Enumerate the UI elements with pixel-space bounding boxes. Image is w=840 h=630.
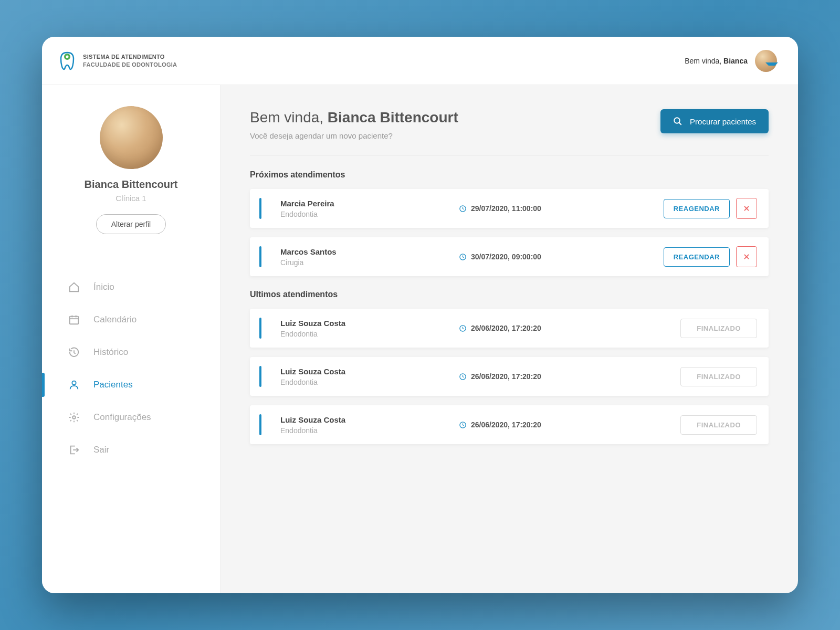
brand-subtitle: FACULDADE DE ODONTOLOGIA bbox=[83, 61, 177, 68]
patient-name: Marcia Pereira bbox=[280, 199, 459, 208]
specialty: Endodontia bbox=[280, 378, 459, 386]
cancel-button[interactable] bbox=[736, 198, 757, 219]
sidebar: Bianca Bittencourt Clínica 1 Alterar per… bbox=[42, 85, 220, 593]
person-icon bbox=[68, 379, 80, 391]
appointment-time: 26/06/2020, 17:20:20 bbox=[459, 324, 680, 332]
finished-badge: FINALIZADO bbox=[680, 415, 757, 435]
nav-label: Pacientes bbox=[93, 380, 133, 390]
history-icon bbox=[68, 346, 80, 358]
appointment-card: Luiz Souza Costa Endodontia 26/06/2020, … bbox=[250, 309, 769, 348]
specialty: Endodontia bbox=[280, 210, 459, 218]
patient-name: Luiz Souza Costa bbox=[280, 319, 459, 328]
appointment-time: 26/06/2020, 17:20:20 bbox=[459, 421, 680, 429]
patient-name: Marcos Santos bbox=[280, 247, 459, 256]
nav: Ínicio Calendário Histórico Pacientes Co… bbox=[42, 271, 220, 466]
svg-line-11 bbox=[679, 122, 681, 125]
app-window: SISTEMA DE ATENDIMENTO FACULDADE DE ODON… bbox=[42, 37, 798, 593]
sidebar-user-name: Bianca Bittencourt bbox=[85, 178, 178, 191]
clock-icon bbox=[459, 253, 467, 261]
finished-badge: FINALIZADO bbox=[680, 367, 757, 386]
close-icon bbox=[743, 253, 750, 260]
nav-sair[interactable]: Sair bbox=[42, 434, 220, 466]
welcome-text: Bem vinda, Bianca bbox=[685, 57, 748, 65]
nav-historico[interactable]: Histórico bbox=[42, 336, 220, 369]
appointment-card: Marcia Pereira Endodontia 29/07/2020, 11… bbox=[250, 189, 769, 228]
nav-calendario[interactable]: Calendário bbox=[42, 303, 220, 336]
main: Bem vinda, Bianca Bittencourt Você desej… bbox=[220, 85, 798, 593]
card-accent bbox=[259, 414, 261, 435]
patient-name: Luiz Souza Costa bbox=[280, 415, 459, 424]
clock-icon bbox=[459, 324, 467, 332]
search-patients-button[interactable]: Procurar pacientes bbox=[660, 109, 769, 133]
card-accent bbox=[259, 198, 261, 219]
reschedule-button[interactable]: REAGENDAR bbox=[664, 199, 730, 218]
calendar-icon bbox=[68, 314, 80, 326]
avatar-small[interactable] bbox=[755, 50, 777, 72]
nav-label: Calendário bbox=[93, 314, 136, 325]
upcoming-title: Próximos atendimentos bbox=[250, 170, 769, 180]
clock-icon bbox=[459, 205, 467, 213]
nav-configuracoes[interactable]: Configurações bbox=[42, 401, 220, 434]
svg-rect-2 bbox=[70, 317, 79, 324]
svg-point-9 bbox=[72, 416, 76, 419]
reschedule-button[interactable]: REAGENDAR bbox=[664, 247, 730, 267]
svg-point-8 bbox=[72, 381, 76, 385]
card-accent bbox=[259, 246, 261, 267]
gear-icon bbox=[68, 412, 80, 423]
card-accent bbox=[259, 366, 261, 387]
clock-icon bbox=[459, 373, 467, 381]
logout-icon bbox=[68, 444, 80, 456]
edit-profile-button[interactable]: Alterar perfil bbox=[96, 214, 166, 234]
topbar: SISTEMA DE ATENDIMENTO FACULDADE DE ODON… bbox=[42, 37, 798, 85]
appointment-card: Luiz Souza Costa Endodontia 26/06/2020, … bbox=[250, 405, 769, 444]
header-row: Bem vinda, Bianca Bittencourt Você desej… bbox=[250, 109, 769, 155]
appointment-card: Marcos Santos Cirugia 30/07/2020, 09:00:… bbox=[250, 237, 769, 276]
tooth-logo-icon bbox=[58, 50, 77, 71]
brand-title: SISTEMA DE ATENDIMENTO bbox=[83, 53, 177, 60]
nav-label: Histórico bbox=[93, 347, 128, 358]
recent-title: Ultimos atendimentos bbox=[250, 290, 769, 299]
cancel-button[interactable] bbox=[736, 246, 757, 267]
search-icon bbox=[673, 117, 682, 126]
svg-point-10 bbox=[674, 118, 680, 123]
specialty: Cirugia bbox=[280, 258, 459, 267]
nav-label: Ínicio bbox=[93, 282, 114, 292]
page-title: Bem vinda, Bianca Bittencourt bbox=[250, 109, 458, 126]
close-icon bbox=[743, 205, 750, 212]
appointment-time: 29/07/2020, 11:00:00 bbox=[459, 204, 664, 213]
nav-pacientes[interactable]: Pacientes bbox=[42, 369, 220, 401]
sidebar-clinic: Clínica 1 bbox=[116, 194, 146, 203]
appointment-time: 30/07/2020, 09:00:00 bbox=[459, 253, 664, 261]
nav-label: Configurações bbox=[93, 412, 151, 423]
home-icon bbox=[68, 281, 80, 293]
brand: SISTEMA DE ATENDIMENTO FACULDADE DE ODON… bbox=[58, 50, 177, 71]
svg-line-7 bbox=[74, 353, 76, 354]
appointment-card: Luiz Souza Costa Endodontia 26/06/2020, … bbox=[250, 357, 769, 396]
avatar-large bbox=[100, 106, 163, 169]
finished-badge: FINALIZADO bbox=[680, 319, 757, 338]
appointment-time: 26/06/2020, 17:20:20 bbox=[459, 372, 680, 381]
card-accent bbox=[259, 318, 261, 339]
body: Bianca Bittencourt Clínica 1 Alterar per… bbox=[42, 85, 798, 593]
nav-inicio[interactable]: Ínicio bbox=[42, 271, 220, 303]
nav-label: Sair bbox=[93, 445, 109, 455]
userbar[interactable]: Bem vinda, Bianca bbox=[685, 50, 777, 72]
clock-icon bbox=[459, 421, 467, 429]
page-subtitle: Você deseja agendar um novo paciente? bbox=[250, 131, 458, 140]
patient-name: Luiz Souza Costa bbox=[280, 367, 459, 376]
svg-point-1 bbox=[66, 55, 69, 58]
specialty: Endodontia bbox=[280, 330, 459, 338]
specialty: Endodontia bbox=[280, 426, 459, 435]
